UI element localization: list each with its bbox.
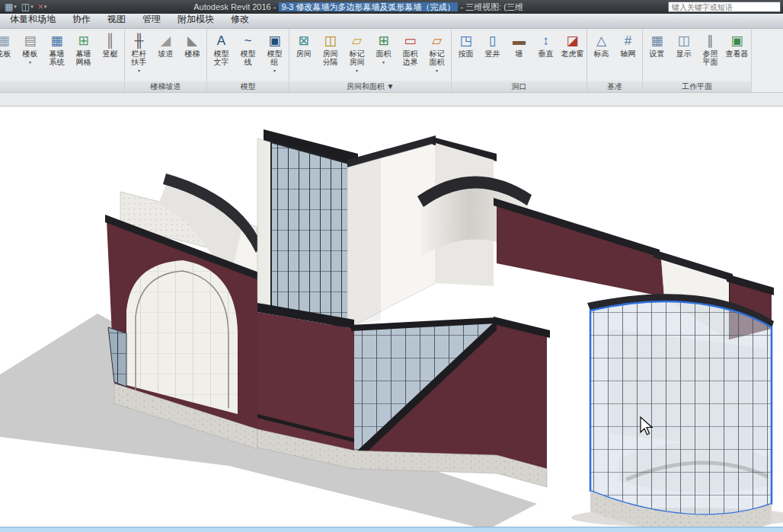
tab-addins[interactable]: 附加模块 (169, 11, 222, 28)
panel-label-room-area[interactable]: 房间和面积 ▼ (289, 81, 451, 92)
ribbon-button-curtain-system[interactable]: ▦幕墙 系统 (43, 30, 70, 79)
by-face-icon: ◳ (457, 32, 475, 49)
ribbon-button-set-workplane[interactable]: ▦设置 (644, 30, 670, 79)
ribbon-button-room[interactable]: ⊠房间 (290, 30, 317, 79)
button-label: 坡道 (158, 49, 174, 58)
railing-icon: ╫ (130, 32, 149, 49)
caret-down-icon: ▾ (356, 67, 358, 75)
area-boundary-icon: ▭ (401, 32, 420, 49)
ribbon-button-model-group[interactable]: ▣模型 组▾ (261, 30, 288, 79)
ribbon-button-tag-room[interactable]: ▱标记 房间▾ (344, 30, 370, 79)
button-label: 设置 (650, 49, 665, 58)
button-label: 参照 平面 (703, 49, 718, 66)
viewer-icon: ▣ (728, 32, 746, 49)
ribbon-button-stair[interactable]: ◣楼梯 (179, 30, 206, 79)
ribbon-button-wall-opening[interactable]: ▬墙 (506, 30, 532, 79)
ribbon-button-viewer[interactable]: ▣查看器 (724, 30, 750, 79)
button-label: 老虎窗 (561, 49, 584, 58)
ribbon-button-grid-axis[interactable]: #轴网 (615, 30, 641, 79)
search-input[interactable] (668, 2, 781, 12)
tab-manage[interactable]: 管理 (134, 11, 169, 28)
3d-model-view (0, 107, 783, 527)
panel-label-model[interactable]: 模型 (207, 81, 289, 92)
level-icon: △ (593, 32, 611, 49)
ribbon-panel-room-area: ⊠房间◫房间 分隔▱标记 房间▾⊞面积▾▭面积 边界▱标记 面积▾房间和面积 ▼ (289, 29, 452, 92)
drawing-area[interactable] (0, 107, 783, 527)
area-icon: ⊞ (375, 32, 393, 49)
ribbon-button-ref-plane[interactable]: ∥参照 平面 (697, 30, 724, 79)
ribbon-button-room-separator[interactable]: ◫房间 分隔 (317, 30, 344, 79)
tag-room-icon: ▱ (348, 32, 366, 49)
ribbon-button-model-line[interactable]: ~模型 线 (235, 30, 261, 79)
ribbon-button-railing[interactable]: ╫栏杆 扶手▾ (126, 30, 152, 79)
panel-label-datum[interactable]: 基准 (587, 81, 642, 92)
ribbon-button-floor[interactable]: ▤楼板▾ (17, 30, 43, 79)
grid-axis-icon: # (619, 32, 638, 49)
button-label: 花板 (0, 49, 11, 58)
close-hidden-windows-icon: × (38, 2, 43, 12)
model-line-icon: ~ (239, 32, 257, 49)
ribbon-button-mullion[interactable]: ║竖梃 (97, 30, 123, 79)
button-label: 查看器 (726, 49, 749, 58)
ribbon-panel-opening: ◳按面▯竖井▬墙↕垂直◪老虎窗洞口 (452, 29, 587, 92)
curtain-grid-icon: ⊞ (75, 32, 93, 49)
tab-modify[interactable]: 修改 (222, 11, 257, 28)
tab-collaborate[interactable]: 协作 (64, 11, 99, 28)
ribbon-button-area-boundary[interactable]: ▭面积 边界 (397, 30, 423, 79)
panel-buttons: ▦设置◫显示∥参照 平面▣查看器 (643, 29, 751, 81)
panel-label-work-plane[interactable]: 工作平面 (643, 81, 751, 92)
ribbon: ▦花板▤楼板▾▦幕墙 系统⊞幕墙 网格║竖梃╫栏杆 扶手▾◢坡道◣楼梯楼梯坡道A… (0, 29, 783, 93)
caret-down-icon: ▾ (138, 67, 140, 75)
caret-down-icon: ▾ (30, 4, 34, 10)
panel-buttons: ▦花板▤楼板▾▦幕墙 系统⊞幕墙 网格║竖梃 (0, 29, 124, 81)
panel-buttons: ╫栏杆 扶手▾◢坡道◣楼梯 (125, 29, 206, 81)
ribbon-button-model-text[interactable]: A模型 文字 (208, 30, 235, 79)
mullion-icon: ║ (101, 32, 120, 49)
button-label: 竖井 (485, 49, 500, 58)
tab-massing-site[interactable]: 体量和场地 (2, 11, 64, 28)
ribbon-panel-work-plane: ▦设置◫显示∥参照 平面▣查看器工作平面 (643, 29, 752, 92)
ribbon-button-tag-area[interactable]: ▱标记 面积▾ (423, 30, 450, 79)
ribbon-button-curtain-grid[interactable]: ⊞幕墙 网格 (70, 30, 97, 79)
title-prefix: Autodesk Revit 2016 - (193, 2, 278, 11)
ribbon-button-by-face[interactable]: ◳按面 (452, 30, 479, 79)
tab-view[interactable]: 视图 (99, 11, 134, 28)
ribbon-button-vertical-opening[interactable]: ↕垂直 (532, 30, 559, 79)
ribbon-button-level[interactable]: △标高 (588, 30, 615, 79)
curtain-system-icon: ▦ (48, 32, 66, 49)
button-label: 标高 (594, 49, 609, 58)
ribbon-tab-bar: 体量和场地协作视图管理附加模块修改 (0, 14, 783, 29)
ribbon-button-ramp[interactable]: ◢坡道 (152, 30, 179, 79)
options-bar (0, 93, 783, 107)
caret-down-icon: ▾ (382, 59, 385, 67)
ribbon-button-shaft[interactable]: ▯竖井 (479, 30, 506, 79)
shaft-icon: ▯ (484, 32, 502, 49)
wall-opening-icon: ▬ (510, 32, 529, 49)
model-text-icon: A (213, 32, 231, 49)
vertical-opening-icon: ↕ (537, 32, 555, 49)
panel-label-circulation[interactable]: 楼梯坡道 (125, 81, 206, 92)
button-label: 楼板 (23, 49, 38, 58)
status-strip (0, 527, 783, 532)
room-icon: ⊠ (295, 32, 313, 49)
panel-label-opening[interactable]: 洞口 (452, 81, 586, 92)
show-workplane-icon: ◫ (675, 32, 693, 49)
button-label: 房间 分隔 (323, 49, 338, 66)
ribbon-panel-model: A模型 文字~模型 线▣模型 组▾模型 (207, 29, 289, 92)
selected-curtain-wall[interactable] (587, 294, 774, 527)
ribbon-button-ceiling[interactable]: ▦花板 (0, 30, 17, 79)
switch-windows-icon: ▦ (5, 2, 13, 12)
ribbon-button-show-workplane[interactable]: ◫显示 (670, 30, 697, 79)
button-label: 墙 (516, 49, 523, 58)
panel-buttons: △标高#轴网 (587, 29, 642, 81)
panel-buttons: ⊠房间◫房间 分隔▱标记 房间▾⊞面积▾▭面积 边界▱标记 面积▾ (289, 29, 451, 81)
button-label: 楼梯 (185, 49, 200, 58)
button-label: 模型 文字 (214, 49, 229, 66)
button-label: 面积 (376, 49, 392, 58)
ribbon-button-area[interactable]: ⊞面积▾ (370, 30, 397, 79)
panel-buttons: A模型 文字~模型 线▣模型 组▾ (207, 29, 289, 81)
button-label: 幕墙 系统 (50, 49, 65, 66)
ribbon-button-dormer[interactable]: ◪老虎窗 (559, 30, 586, 79)
room-separator-icon: ◫ (321, 32, 340, 49)
panel-label-build[interactable] (0, 81, 124, 92)
